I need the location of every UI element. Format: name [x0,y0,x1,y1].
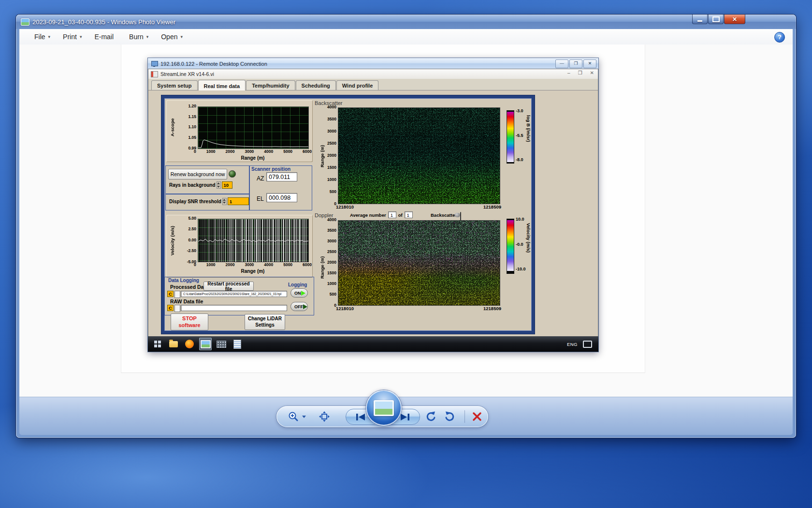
x-tick: 6000 [303,149,312,154]
rdp-window: 192.168.0.122 - Remote Desktop Connectio… [148,58,598,352]
y-tick: 2.50 [188,227,196,231]
processed-drive-box[interactable]: C [167,291,174,297]
processed-browse-icon[interactable] [174,291,180,298]
backscatter-x-labels: 1218010 1218509 [336,205,501,210]
velocity-plot [198,219,309,262]
menu-item[interactable]: Open ▾ [155,31,189,43]
y-tick: 1.10 [188,125,196,129]
y-tick: 1500 [327,165,336,170]
main-panel: A-scope 1.201.151.101.050.99 01000200030… [161,95,535,334]
y-tick: 5.00 [188,216,196,221]
snr-spinner[interactable] [222,198,227,205]
streamline-minimize-button[interactable]: – [567,70,570,75]
x-tick: 3000 [245,263,254,268]
rays-row: Rays in background 10 [169,181,232,189]
rays-spinner[interactable] [217,181,221,189]
processed-path-field[interactable]: C:\Lidar\Data\Proc\2023\202309\20230921\… [181,291,287,297]
menu-item[interactable]: Print ▾ [57,31,88,43]
language-indicator[interactable]: ENG [565,340,580,349]
change-lidar-settings-button[interactable]: Change LiDAR Settings [245,314,285,330]
notepad-icon[interactable] [231,338,244,350]
tab[interactable]: Wind profile [336,80,378,90]
monitor-tray-icon[interactable] [581,338,594,350]
remote-desktop-icon[interactable] [215,338,228,350]
doppler-colorbar-label: Velocity (m/s) [526,223,531,269]
y-tick: 1000 [327,282,336,286]
streamline-titlebar: StreamLine XR v14-6.vi – ❐ ✕ [148,69,598,79]
tab[interactable]: System setup [151,80,198,90]
help-button[interactable]: ? [774,32,785,43]
rotate-counterclockwise-icon[interactable] [425,410,437,423]
average-number-value[interactable]: 1 [388,211,396,218]
el-field[interactable]: 000.098 [266,193,297,202]
y-tick: 1000 [327,178,336,182]
raw-logging-off-button[interactable]: OFF [290,302,308,311]
photo-viewer-taskbar-icon[interactable] [199,338,212,350]
y-tick: 500 [330,190,336,194]
menu-item[interactable]: Burn ▾ [123,31,155,43]
actual-size-icon[interactable] [319,411,330,422]
chevron-down-icon: ▾ [146,34,149,39]
zoom-icon[interactable] [288,411,299,422]
streamline-title: StreamLine XR v14-6.vi [160,71,214,77]
x-start-label: 1218010 [336,306,354,312]
y-tick: 1.05 [188,135,196,140]
data-logging-title: Data Logging [168,278,199,283]
start-icon[interactable] [151,338,164,350]
vi-icon [151,71,158,77]
processed-logging-on-button[interactable]: ON [290,288,308,298]
firefox-icon[interactable] [183,338,196,350]
colorbar-tick: -8.0 [516,158,523,162]
streamline-window: StreamLine XR v14-6.vi – ❐ ✕ System setu… [148,69,598,336]
snr-value[interactable]: 1 [228,197,249,205]
viewer-content: 192.168.0.122 - Remote Desktop Connectio… [19,45,793,411]
x-tick: 0 [194,263,196,268]
y-tick: 3000 [327,239,336,243]
menu-item[interactable]: File ▾ [28,31,57,43]
rotate-clockwise-icon[interactable] [443,410,456,423]
x-tick: 4000 [264,149,273,154]
zoom-dropdown-caret[interactable] [302,416,306,418]
viewer-titlebar: 2023-09-21_03-40-00.935 - Windows Photo … [16,15,796,29]
raw-path-field[interactable] [181,305,287,311]
restart-processed-file-button[interactable]: Restart processed file [203,282,254,291]
rdp-maximize-button[interactable]: ❐ [569,60,582,68]
rdp-close-button[interactable]: ✕ [583,60,596,68]
raw-browse-icon[interactable] [174,305,180,312]
ascope-trace [198,107,308,149]
velocity-trace [198,219,308,262]
x-tick: 4000 [264,263,273,268]
slideshow-button[interactable] [366,390,402,426]
menu-items: File ▾ Print ▾ E-mail Burn ▾ Open ▾ [19,31,189,43]
maximize-button[interactable] [708,15,724,24]
colorbar-tick: 10.0 [516,217,524,222]
az-field[interactable]: 079.011 [266,172,297,181]
x-end-label: 1218509 [483,205,501,210]
stop-software-button[interactable]: STOP software [171,314,208,330]
delete-icon[interactable] [471,411,483,422]
y-tick: 1.20 [188,104,196,108]
explorer-icon[interactable] [167,338,180,350]
tab[interactable]: Scheduling [296,80,336,90]
y-tick: 3500 [327,117,336,121]
renew-background-button[interactable]: Renew background now [168,169,227,179]
backscatter-toggle-label: Backscatter [431,212,457,218]
tab[interactable]: Temp/humidity [246,80,295,90]
raw-drive-box[interactable]: C [167,305,174,311]
x-tick: 6000 [303,263,312,268]
minimize-button[interactable] [692,15,708,24]
tab-bar: System setupReal time dataTemp/humidityS… [148,79,598,90]
streamline-maximize-button[interactable]: ❐ [578,70,582,75]
average-number-total[interactable]: 1 [405,211,413,218]
streamline-close-button[interactable]: ✕ [590,70,594,75]
backscatter-noise [338,108,500,204]
rdp-minimize-button[interactable]: — [555,60,568,68]
x-tick: 1000 [206,263,216,268]
tab[interactable]: Real time data [198,80,246,90]
rays-value[interactable]: 10 [222,181,232,189]
menu-item[interactable]: E-mail [88,31,123,43]
y-tick: -2.50 [187,249,196,253]
x-tick: 0 [194,149,196,154]
close-button[interactable]: ✕ [724,15,745,24]
colorbar-tick: -10.0 [516,267,526,271]
